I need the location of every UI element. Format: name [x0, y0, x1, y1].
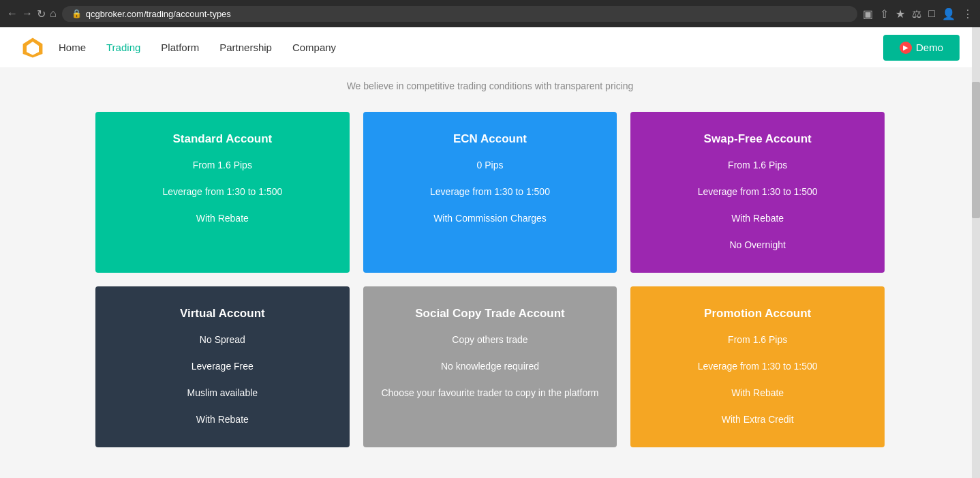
logo [20, 35, 45, 60]
card-detail-ecn-2: With Commission Charges [433, 211, 547, 226]
navbar: Home Trading Platform Partnership Compan… [0, 27, 980, 68]
card-detail-virtual-2: Muslim available [187, 386, 258, 400]
card-detail-social-copy-2: Choose your favourite trader to copy in … [381, 386, 598, 400]
card-detail-standard-1: Leverage from 1:30 to 1:500 [162, 185, 282, 199]
back-icon[interactable]: ← [7, 8, 18, 20]
card-title-virtual: Virtual Account [180, 307, 265, 320]
nav-partnership[interactable]: Partnership [219, 42, 272, 53]
browser-actions: ▣ ⇧ ★ ⚖ □ 👤 ⋮ [863, 8, 973, 20]
profile-icon[interactable]: 👤 [942, 8, 955, 20]
demo-button-label: Demo [916, 42, 943, 53]
card-detail-virtual-3: With Rebate [196, 413, 249, 427]
card-detail-swap-free-1: Leverage from 1:30 to 1:500 [698, 185, 818, 199]
card-title-standard: Standard Account [172, 132, 272, 146]
sub-header: We believe in competitive trading condit… [0, 68, 980, 98]
demo-button[interactable]: ▶ Demo [883, 35, 960, 61]
main-content: Standard AccountFrom 1.6 PipsLeverage fr… [0, 98, 980, 475]
card-standard[interactable]: Standard AccountFrom 1.6 PipsLeverage fr… [95, 112, 350, 273]
tab-icon[interactable]: □ [928, 8, 935, 20]
card-detail-swap-free-0: From 1.6 Pips [728, 158, 787, 173]
card-social-copy[interactable]: Social Copy Trade AccountCopy others tra… [363, 286, 617, 447]
card-title-swap-free: Swap-Free Account [704, 132, 812, 146]
address-bar[interactable]: 🔒 qcgbroker.com/trading/account-types [62, 6, 858, 22]
nav-trading[interactable]: Trading [106, 42, 140, 53]
nav-platform[interactable]: Platform [161, 42, 199, 53]
card-detail-swap-free-2: With Rebate [731, 211, 784, 226]
demo-icon: ▶ [900, 42, 912, 54]
card-title-promotion: Promotion Account [704, 307, 811, 320]
card-detail-standard-0: From 1.6 Pips [193, 158, 252, 173]
tagline: We believe in competitive trading condit… [0, 80, 980, 91]
card-detail-promotion-2: With Rebate [731, 386, 784, 400]
card-ecn[interactable]: ECN Account0 PipsLeverage from 1:30 to 1… [363, 112, 617, 273]
card-detail-social-copy-1: No knowledge required [441, 359, 539, 374]
cards-grid: Standard AccountFrom 1.6 PipsLeverage fr… [95, 112, 885, 447]
url-text: qcgbroker.com/trading/account-types [86, 9, 231, 19]
card-title-ecn: ECN Account [453, 132, 527, 146]
screenshot-icon[interactable]: ▣ [863, 8, 873, 20]
nav-home[interactable]: Home [59, 42, 86, 53]
share-icon[interactable]: ⇧ [880, 8, 889, 20]
menu-icon[interactable]: ⋮ [962, 8, 973, 20]
card-promotion[interactable]: Promotion AccountFrom 1.6 PipsLeverage f… [630, 286, 885, 447]
card-detail-swap-free-3: No Overnight [729, 238, 785, 252]
bookmark-icon[interactable]: ★ [895, 8, 905, 20]
extensions-icon[interactable]: ⚖ [912, 8, 921, 20]
scrollbar-thumb[interactable] [972, 82, 980, 218]
card-title-social-copy: Social Copy Trade Account [415, 307, 564, 320]
card-detail-promotion-0: From 1.6 Pips [728, 333, 787, 347]
card-detail-promotion-3: With Extra Credit [722, 413, 794, 427]
scrollbar-track[interactable] [972, 27, 980, 475]
card-detail-promotion-1: Leverage from 1:30 to 1:500 [698, 359, 818, 374]
nav-links: Home Trading Platform Partnership Compan… [59, 42, 336, 53]
card-detail-ecn-0: 0 Pips [477, 158, 504, 173]
lock-icon: 🔒 [72, 9, 82, 18]
browser-nav-icons: ← → ↻ ⌂ [7, 8, 57, 20]
card-virtual[interactable]: Virtual AccountNo SpreadLeverage FreeMus… [95, 286, 350, 447]
home-icon[interactable]: ⌂ [50, 8, 57, 20]
card-detail-social-copy-0: Copy others trade [452, 333, 527, 347]
card-detail-virtual-1: Leverage Free [192, 359, 254, 374]
browser-chrome: ← → ↻ ⌂ 🔒 qcgbroker.com/trading/account-… [0, 0, 980, 27]
forward-icon[interactable]: → [22, 8, 33, 20]
card-detail-standard-2: With Rebate [196, 211, 249, 226]
reload-icon[interactable]: ↻ [37, 8, 46, 20]
card-detail-virtual-0: No Spread [200, 333, 245, 347]
card-detail-ecn-1: Leverage from 1:30 to 1:500 [430, 185, 550, 199]
card-swap-free[interactable]: Swap-Free AccountFrom 1.6 PipsLeverage f… [630, 112, 885, 273]
nav-company[interactable]: Company [292, 42, 336, 53]
